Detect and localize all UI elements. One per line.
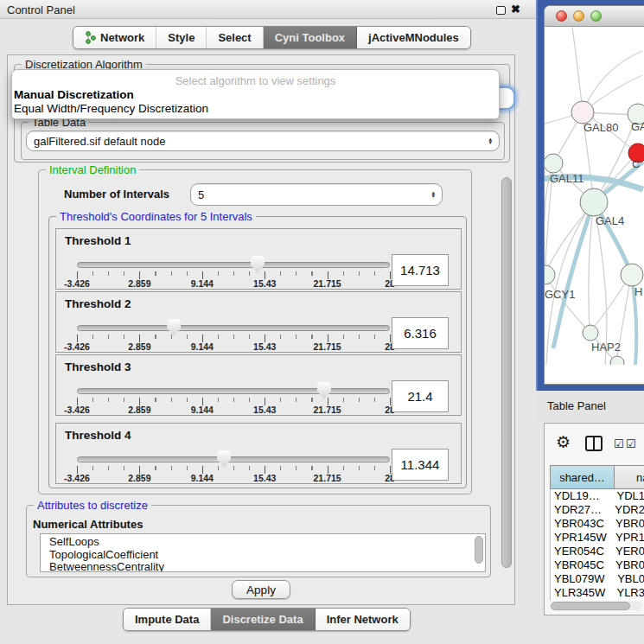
threshold-value-input[interactable]: 6.316 <box>392 317 449 349</box>
network-edge[interactable] <box>572 27 583 112</box>
tab-label: Impute Data <box>135 613 199 626</box>
cell-name[interactable]: YPR1 <box>615 531 644 544</box>
cell-shared-name[interactable]: YPR145W <box>551 531 615 544</box>
threshold-value-input[interactable]: 21.4 <box>392 380 449 412</box>
table-header-row: shared… na <box>550 465 644 489</box>
slider-ticks <box>77 398 391 405</box>
columns-icon[interactable] <box>585 436 603 451</box>
cell-name[interactable]: YBR0 <box>615 558 644 571</box>
table-data-select[interactable]: galFiltered.sif default node ▴▾ <box>26 131 500 151</box>
tab-discretize-data[interactable]: Discretize Data <box>211 609 315 630</box>
control-panel-title: Control Panel <box>7 3 75 16</box>
network-edge[interactable] <box>583 51 642 112</box>
cell-shared-name[interactable]: YDL19… <box>551 489 616 502</box>
cyni-mode-tabs: Impute DataDiscretize DataInfer Network <box>123 608 411 631</box>
table-row[interactable]: YLR345WYLR3 <box>551 585 644 599</box>
cell-shared-name[interactable]: YBR045C <box>551 558 615 571</box>
vertical-scrollbar[interactable] <box>501 177 512 568</box>
cell-shared-name[interactable]: YIL052C <box>551 600 618 601</box>
slider-scale-label: 9.144 <box>191 473 214 483</box>
cell-name[interactable]: YBR0 <box>615 517 644 530</box>
table-row[interactable]: YBR043CYBR0 <box>551 517 644 531</box>
close-traffic-light-icon[interactable] <box>556 10 567 22</box>
threshold-slider-track[interactable] <box>77 262 390 268</box>
gear-icon[interactable]: ⚙ <box>556 432 571 452</box>
attribute-list-item[interactable]: BetweennessCentrality <box>49 561 485 572</box>
network-window-titlebar[interactable] <box>545 6 644 27</box>
slider-scale-label: 15.43 <box>253 278 276 289</box>
tab-jactivemnodules[interactable]: jActiveMNodules <box>357 27 470 48</box>
network-node-gcy1[interactable] <box>545 265 555 284</box>
cell-name[interactable]: YDR2 <box>615 503 644 516</box>
cell-shared-name[interactable]: YBR043C <box>551 517 615 530</box>
table-row[interactable]: YDL19…YDL1 <box>551 489 644 503</box>
dropdown-option-manual-discretization[interactable]: Manual Discretization <box>14 88 134 101</box>
horizontal-scrollbar-thumb[interactable] <box>551 602 630 610</box>
table-row[interactable]: YIL052CYIL0 <box>551 599 644 601</box>
slider-scale-label: 15.43 <box>253 341 276 352</box>
tab-style[interactable]: Style <box>156 27 207 48</box>
cell-shared-name[interactable]: YDR27… <box>551 503 615 516</box>
slider-ticks <box>77 466 391 474</box>
table-row[interactable]: YDR27…YDR2 <box>551 503 644 517</box>
cell-name[interactable]: YIL0 <box>618 600 641 601</box>
zoom-traffic-light-icon[interactable] <box>590 10 602 22</box>
slider-scale-label: -3.426 <box>64 473 90 483</box>
network-node-gal4[interactable] <box>580 188 608 216</box>
threshold-slider-thumb[interactable] <box>251 256 265 273</box>
cell-shared-name[interactable]: YBL079W <box>551 572 617 585</box>
table-row[interactable]: YPR145WYPR1 <box>551 531 644 545</box>
tab-network[interactable]: Network <box>73 27 156 48</box>
threshold-slider-track[interactable] <box>77 456 390 462</box>
threshold-label: Threshold 3 <box>65 360 131 373</box>
horizontal-scrollbar[interactable] <box>551 602 642 610</box>
numerical-attributes-label: Numerical Attributes <box>33 518 143 531</box>
minimize-traffic-light-icon[interactable] <box>573 10 584 22</box>
control-panel-tabs: NetworkStyleSelectCyni ToolboxjActiveMNo… <box>73 26 471 49</box>
tab-select[interactable]: Select <box>207 27 263 48</box>
slider-scale-label: 2.859 <box>128 405 150 415</box>
numerical-attributes-list[interactable]: SelfLoopsTopologicalCoefficientBetweenne… <box>40 533 486 572</box>
threshold-slider-track[interactable] <box>77 388 390 394</box>
threshold-slider-track[interactable] <box>77 325 390 331</box>
list-scrollbar[interactable] <box>475 536 483 564</box>
checkbox-icon[interactable]: ☑ <box>614 437 624 450</box>
cell-shared-name[interactable]: YLR345W <box>551 586 616 599</box>
tab-cyni-toolbox[interactable]: Cyni Toolbox <box>264 27 357 48</box>
number-of-intervals-select[interactable]: 5 ▴▾ <box>190 183 443 206</box>
thresholds-group-title: Threshold's Coordinates for 5 Intervals <box>56 210 256 223</box>
network-node-hap2[interactable] <box>583 325 598 341</box>
table-row[interactable]: YBL079WYBL0 <box>551 571 644 585</box>
cell-name[interactable]: YLR3 <box>616 586 644 599</box>
table-panel-titlebar: Table Panel <box>536 391 644 421</box>
column-header-shared-name[interactable]: shared… <box>551 466 615 488</box>
attribute-list-item[interactable]: TopologicalCoefficient <box>49 549 485 562</box>
apply-button[interactable]: Apply <box>232 580 290 599</box>
node-label: GAL4 <box>596 214 624 227</box>
table-row[interactable]: YER054CYER0 <box>551 545 644 558</box>
network-canvas[interactable]: GAL80GACGAL11GAL4GCY1HHAP2 <box>545 27 644 365</box>
tab-impute-data[interactable]: Impute Data <box>124 609 211 630</box>
checkbox-icon[interactable]: ☑ <box>626 437 636 450</box>
node-label: HAP2 <box>591 341 621 354</box>
threshold-value-input[interactable]: 14.713 <box>392 254 449 286</box>
cell-name[interactable]: YBL0 <box>617 572 644 585</box>
float-window-icon[interactable] <box>496 6 506 15</box>
network-node-gal11[interactable] <box>545 154 563 173</box>
table-row[interactable]: YBR045CYBR0 <box>551 558 644 571</box>
network-node-h[interactable] <box>621 264 643 286</box>
column-header-name[interactable]: na <box>615 466 644 488</box>
threshold-value-input[interactable]: 11.344 <box>392 449 449 481</box>
node-label: C <box>632 157 640 170</box>
cell-shared-name[interactable]: YER054C <box>551 545 615 558</box>
threshold-slider-thumb[interactable] <box>317 382 331 399</box>
dropdown-option-equal-width-frequency[interactable]: Equal Width/Frequency Discretization <box>14 102 208 115</box>
attribute-list-item[interactable]: SelfLoops <box>49 536 485 549</box>
slider-scale-label: 15.43 <box>253 473 276 483</box>
cell-name[interactable]: YDL1 <box>616 489 644 502</box>
tab-infer-network[interactable]: Infer Network <box>316 609 410 630</box>
threshold-slider-thumb[interactable] <box>167 319 181 336</box>
close-icon[interactable]: ✖ <box>511 3 520 16</box>
threshold-slider-thumb[interactable] <box>217 450 231 468</box>
cell-name[interactable]: YER0 <box>615 545 644 558</box>
